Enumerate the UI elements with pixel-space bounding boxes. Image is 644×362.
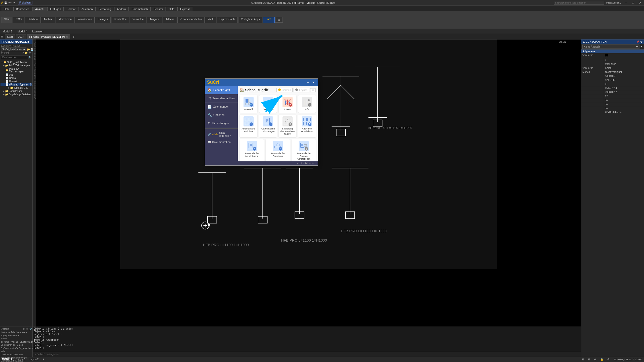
tree-001[interactable]: 📄 001 [1, 73, 32, 76]
ribbon-ausgabe[interactable]: Ausgabe [147, 17, 162, 23]
sucri-close-btn[interactable]: ✕ [311, 81, 316, 84]
status-ortho-icon[interactable]: ⊕ [593, 358, 597, 361]
sucri-item-berechnen[interactable]: ▶ Berechnen [259, 95, 277, 113]
viewport[interactable]: OBEN [36, 39, 581, 327]
ribbon-zusammenarbeiten[interactable]: Zusammenarbeiten [177, 17, 205, 23]
props-settings-btn[interactable]: ⚙ [640, 40, 642, 43]
command-input[interactable] [37, 353, 580, 356]
sucri-minimize-btn[interactable]: ─ [306, 81, 310, 84]
close-btn[interactable]: ✕ [637, 1, 643, 5]
module-4[interactable]: Modul 4 [16, 30, 29, 33]
ribbon-addins[interactable]: Add-ins [163, 17, 177, 23]
search-icon[interactable]: 🔍 [28, 56, 31, 59]
ribbon-verwalten[interactable]: Verwalten [130, 17, 146, 23]
ribbon-verfuegbare[interactable]: Verfügbare Apps [238, 17, 262, 23]
status-layout2[interactable]: Layout2 [29, 358, 40, 361]
ribbon-start[interactable]: Start [2, 17, 12, 23]
tab-fenster[interactable]: Fenster [151, 7, 166, 11]
tab-format[interactable]: Format [64, 7, 78, 11]
lang-email-btn[interactable]: ✉ [310, 88, 316, 92]
global-search-input[interactable] [554, 1, 604, 5]
tab-ansicht[interactable]: Ansicht [32, 7, 47, 11]
ribbon-stahlbau[interactable]: Stahlbau [25, 17, 40, 23]
doc-tab-001[interactable]: 001+ [16, 34, 26, 39]
sucri-nav-einstellungen[interactable]: ⚙ Einstellungen [205, 119, 238, 127]
sucri-nav-schnellzugriff[interactable]: 🏠 Schnellzugriff [205, 86, 238, 94]
sucri-item-loesen[interactable]: ✕ Lösen [279, 95, 296, 113]
tree-siframo[interactable]: 📄 siFramo_Typicals_StützeF80 [1, 83, 32, 86]
status-lock-icon[interactable]: 🔒 [599, 358, 604, 361]
tab-express[interactable]: Express [177, 7, 193, 11]
sucri-item-info[interactable]: i Info [298, 95, 316, 113]
options-icon: 🔧 [208, 113, 212, 117]
tab-einfuegen[interactable]: Einfügen [47, 7, 64, 11]
sucri-nav-sekundaer[interactable]: ⬚ Sekundärstahlbau [205, 94, 238, 103]
sucri-item-auto-bemafung[interactable]: + Automatische Bemafung [266, 139, 290, 161]
tree-plant3d[interactable]: ▼ 📁 Plant 3D-Zeichnungen [1, 67, 32, 73]
ribbon-einfuegen2[interactable]: Einfügen [95, 17, 110, 23]
tree-sucri-installation[interactable]: ▼ 📁 SuCri_Installation [1, 61, 32, 64]
sucri-item-ansichten-akt[interactable]: ↻ Ansichten aktualisieren [298, 115, 316, 137]
status-add-layout[interactable]: + [42, 358, 45, 361]
sucri-dokumentation-item[interactable]: 📖 Dokumentation [205, 139, 238, 145]
ribbon-analyse[interactable]: Analyse [41, 17, 56, 23]
module-lizenzen[interactable]: Lizenzen [31, 30, 45, 33]
sucri-item-skalierung[interactable]: ⚙ Skalierung aller Ansichten ändern [279, 115, 296, 137]
maximize-btn[interactable]: □ [631, 1, 635, 5]
freigeben-btn[interactable]: Freigeben [18, 1, 32, 5]
tree-pid[interactable]: ▶ 📁 P&ID-Zeichnungen [1, 64, 32, 67]
props-filter-select[interactable]: Keine Auswahl [582, 44, 639, 49]
tab-hilfe[interactable]: Hilfe [166, 7, 177, 11]
props-filter-btn[interactable]: ▼ [639, 45, 643, 48]
tree-rohrklassen[interactable]: ▶ 📁 Rohrklassen [1, 89, 32, 93]
doc-nav-left[interactable]: ☰ [1, 35, 3, 38]
tree-demo2[interactable]: 📄 Demo2 [1, 80, 32, 83]
current-project-select[interactable]: SuCri_Installation [1, 48, 26, 51]
sucri-item-auto-annotations[interactable]: + Automatische Annotationen [240, 139, 264, 161]
tab-datei[interactable]: Datei [1, 7, 13, 11]
ribbon-sucri[interactable]: SuCri [263, 17, 275, 23]
doc-close-icon[interactable]: ✕ [66, 35, 68, 38]
tree-typicals140[interactable]: ▶ 📁 Typicals_140 [1, 86, 32, 89]
tab-bemafung[interactable]: Bemafung [96, 7, 114, 11]
doc-tab-active[interactable]: siFramo_Typicals_StützeF80 ✕ [27, 34, 70, 39]
tab-parametrisch[interactable]: Parametrisch [129, 7, 151, 11]
ribbon-vault[interactable]: Vault [205, 17, 216, 23]
status-modell[interactable]: MODELL [1, 358, 14, 361]
module-2[interactable]: Modul 2 [1, 30, 14, 33]
doc-add-tab[interactable]: + [71, 34, 77, 39]
details-btns[interactable]: ⊞ ⊟ 🔗 [23, 328, 32, 330]
ribbon-visualisieren[interactable]: Visualisieren [75, 17, 95, 23]
doc-tab-start[interactable]: Start [5, 34, 15, 39]
sucri-item-auto-ansichten[interactable]: + Automatische Ansichten [240, 115, 257, 137]
ribbon-expresstools[interactable]: Express Tools [217, 17, 238, 23]
props-pin-btn[interactable]: 📌 [636, 40, 639, 43]
ribbon-overflow[interactable]: ≡ [275, 17, 283, 23]
sucri-extension-item[interactable]: 🔗 sikla sikla extension [205, 130, 238, 139]
search-input[interactable] [1, 56, 28, 59]
tree-zugehoerige[interactable]: ▶ 📁 Zugehörige Dateien [1, 93, 32, 96]
minimize-btn[interactable]: ─ [623, 1, 629, 5]
ribbon-beschriften[interactable]: Beschriften [111, 17, 129, 23]
proj-icons[interactable]: ⚙ 📁 ➕ [22, 51, 31, 54]
side-quality: Qualitätssicherung [33, 81, 36, 100]
lang-english-btn[interactable]: English [294, 88, 309, 92]
tree-demo[interactable]: 📄 Demo [1, 76, 32, 80]
sucri-nav-zeichnungen[interactable]: 📄 Zeichnungen [205, 103, 238, 111]
lang-german-btn[interactable]: German [276, 88, 293, 92]
tab-bearbeiten[interactable]: Bearbeiten [13, 7, 32, 11]
sucri-item-auto-zeichnungen[interactable]: + Automatische Zeichnungen [259, 115, 277, 137]
sucri-nav-optionen[interactable]: 🔧 Optionen [205, 111, 238, 119]
status-settings-icon[interactable]: ⚙ [606, 358, 611, 361]
proj-open-icon[interactable]: 📂 [27, 48, 30, 51]
tab-aendern[interactable]: Ändern [114, 7, 129, 11]
status-grid-icon[interactable]: ⊞ [581, 358, 585, 361]
tab-zeichnen[interactable]: Zeichnen [78, 7, 95, 11]
sucri-item-custom-annotations[interactable]: C ⚙ Automatische Custom Annotationen [292, 139, 316, 161]
sucri-item-auswahl[interactable]: 🔍 Auswahl [240, 95, 257, 113]
color-swatch [605, 54, 608, 57]
status-layout1[interactable]: Layout1 [16, 358, 27, 361]
ribbon-isos[interactable]: ISOS [13, 17, 24, 23]
status-snap-icon[interactable]: ⊟ [587, 358, 591, 361]
ribbon-modellieren[interactable]: Modellieren [56, 17, 74, 23]
